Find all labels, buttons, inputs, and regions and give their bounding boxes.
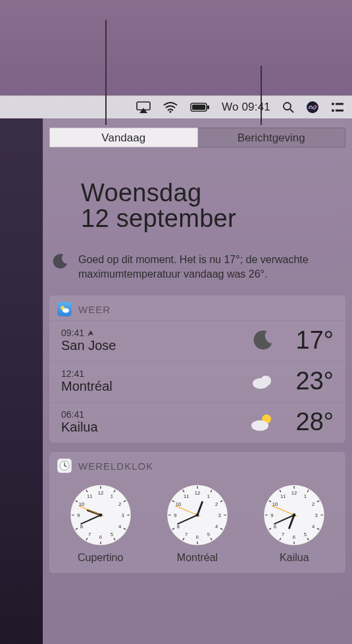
location-arrow-icon bbox=[87, 330, 94, 337]
weather-row[interactable]: 09:41 San Jose 17° bbox=[49, 320, 345, 361]
date-heading: Woensdag 12 september bbox=[49, 179, 345, 233]
tabs-segmented-control: Vandaag Berichtgeving bbox=[49, 128, 345, 147]
svg-text:7: 7 bbox=[282, 532, 284, 537]
svg-text:4: 4 bbox=[118, 524, 122, 530]
world-clock-item[interactable]: 121234567891011 Kailua bbox=[263, 483, 326, 564]
svg-text:8: 8 bbox=[80, 524, 82, 530]
svg-text:12: 12 bbox=[97, 490, 103, 496]
weather-widget-title: WEER bbox=[78, 304, 111, 315]
weather-widget: WEER 09:41 San Jose 17° 12:41 Montréal bbox=[49, 295, 345, 443]
svg-text:2: 2 bbox=[312, 501, 314, 507]
svg-text:2: 2 bbox=[215, 501, 218, 507]
svg-rect-12 bbox=[336, 103, 343, 105]
weather-temp: 28° bbox=[277, 408, 334, 436]
desktop-background-strip bbox=[0, 118, 43, 644]
moon-icon bbox=[51, 253, 69, 271]
svg-text:2: 2 bbox=[118, 501, 121, 507]
today-summary: Goed op dit moment. Het is nu 17°; de ve… bbox=[49, 253, 345, 281]
world-clock-city: Kailua bbox=[280, 552, 309, 564]
svg-point-81 bbox=[196, 514, 199, 517]
date-label: 12 september bbox=[81, 205, 345, 233]
svg-point-20 bbox=[251, 420, 268, 431]
weather-temp: 17° bbox=[277, 326, 334, 355]
svg-text:6: 6 bbox=[196, 535, 199, 541]
svg-point-110 bbox=[293, 514, 296, 517]
weather-temp: 23° bbox=[277, 367, 334, 395]
weekday-label: Woensdag bbox=[81, 179, 345, 207]
world-clock-item[interactable]: 121234567891011 Cupertino bbox=[69, 483, 132, 564]
world-clock-widget: WERELDKLOK 121234567891011 Cupertino 121… bbox=[49, 452, 345, 573]
svg-text:3: 3 bbox=[121, 512, 124, 518]
svg-text:8: 8 bbox=[274, 524, 276, 530]
svg-point-4 bbox=[169, 111, 171, 112]
airplay-icon[interactable] bbox=[136, 101, 151, 113]
wifi-icon[interactable] bbox=[163, 101, 178, 113]
battery-icon[interactable] bbox=[190, 103, 210, 112]
svg-text:12: 12 bbox=[195, 490, 201, 496]
svg-point-18 bbox=[261, 376, 271, 386]
svg-rect-6 bbox=[192, 105, 205, 110]
svg-text:6: 6 bbox=[99, 535, 102, 541]
cloud-icon bbox=[248, 373, 277, 390]
svg-text:8: 8 bbox=[177, 524, 180, 530]
svg-text:4: 4 bbox=[215, 524, 218, 530]
notification-center-panel: Vandaag Berichtgeving Woensdag 12 septem… bbox=[43, 118, 352, 644]
svg-rect-14 bbox=[336, 110, 343, 112]
svg-point-11 bbox=[332, 103, 334, 105]
summary-text: Goed op dit moment. Het is nu 17°; de ve… bbox=[78, 253, 341, 281]
svg-marker-3 bbox=[139, 108, 147, 113]
world-clock-header: WERELDKLOK bbox=[49, 452, 345, 477]
weather-row[interactable]: 06:41 Kailua 28° bbox=[49, 402, 345, 443]
world-clock-title: WERELDKLOK bbox=[78, 460, 153, 472]
svg-text:3: 3 bbox=[218, 512, 220, 518]
svg-text:11: 11 bbox=[184, 493, 189, 499]
search-icon[interactable] bbox=[282, 101, 294, 113]
world-clock-city: Cupertino bbox=[78, 552, 123, 564]
weather-widget-header: WEER bbox=[49, 295, 345, 320]
svg-text:9: 9 bbox=[77, 512, 80, 518]
weather-city: Montréal bbox=[61, 379, 248, 394]
weather-time: 12:41 bbox=[61, 368, 248, 379]
svg-text:9: 9 bbox=[271, 512, 274, 518]
weather-row[interactable]: 12:41 Montréal 23° bbox=[49, 361, 345, 402]
svg-text:4: 4 bbox=[312, 524, 315, 530]
svg-point-16 bbox=[63, 309, 69, 313]
siri-icon[interactable] bbox=[306, 101, 319, 114]
notification-center-icon[interactable] bbox=[331, 102, 344, 112]
svg-text:7: 7 bbox=[88, 532, 91, 537]
svg-text:5: 5 bbox=[110, 532, 113, 537]
svg-point-52 bbox=[99, 514, 102, 517]
tab-today[interactable]: Vandaag bbox=[49, 128, 198, 147]
weather-app-icon bbox=[57, 302, 72, 316]
svg-text:5: 5 bbox=[207, 532, 210, 537]
svg-text:12: 12 bbox=[291, 490, 297, 496]
svg-text:7: 7 bbox=[185, 532, 188, 537]
weather-city: Kailua bbox=[61, 420, 248, 435]
svg-text:6: 6 bbox=[293, 535, 295, 541]
weather-city: San Jose bbox=[61, 338, 248, 353]
svg-text:1: 1 bbox=[110, 493, 113, 499]
tab-notifications[interactable]: Berichtgeving bbox=[198, 128, 346, 147]
svg-text:1: 1 bbox=[304, 493, 307, 499]
svg-text:3: 3 bbox=[315, 512, 318, 518]
svg-text:11: 11 bbox=[87, 493, 93, 499]
world-clock-city: Montréal bbox=[177, 552, 218, 564]
svg-line-9 bbox=[290, 109, 293, 112]
svg-point-13 bbox=[332, 109, 334, 112]
menubar: Wo 09:41 bbox=[0, 95, 352, 118]
partly-sunny-icon bbox=[248, 412, 277, 432]
svg-point-8 bbox=[284, 103, 291, 110]
world-clock-item[interactable]: 121234567891011 Montréal bbox=[166, 483, 229, 564]
svg-text:5: 5 bbox=[304, 532, 307, 537]
menubar-clock[interactable]: Wo 09:41 bbox=[222, 101, 270, 114]
weather-time: 06:41 bbox=[61, 409, 248, 420]
moon-icon bbox=[248, 330, 277, 352]
clock-app-icon bbox=[57, 458, 72, 473]
svg-text:1: 1 bbox=[207, 493, 210, 499]
svg-text:9: 9 bbox=[174, 512, 176, 518]
weather-time: 09:41 bbox=[61, 328, 248, 338]
svg-text:11: 11 bbox=[280, 493, 286, 499]
svg-rect-7 bbox=[207, 105, 209, 109]
